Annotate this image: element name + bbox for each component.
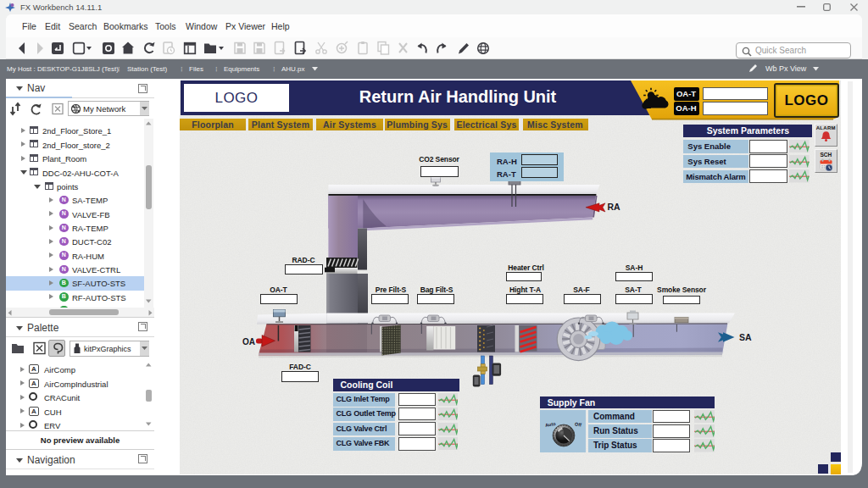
svg-text:OA: OA	[242, 337, 255, 347]
svg-text:RA: RA	[608, 202, 621, 212]
svg-text:SA: SA	[739, 332, 752, 342]
